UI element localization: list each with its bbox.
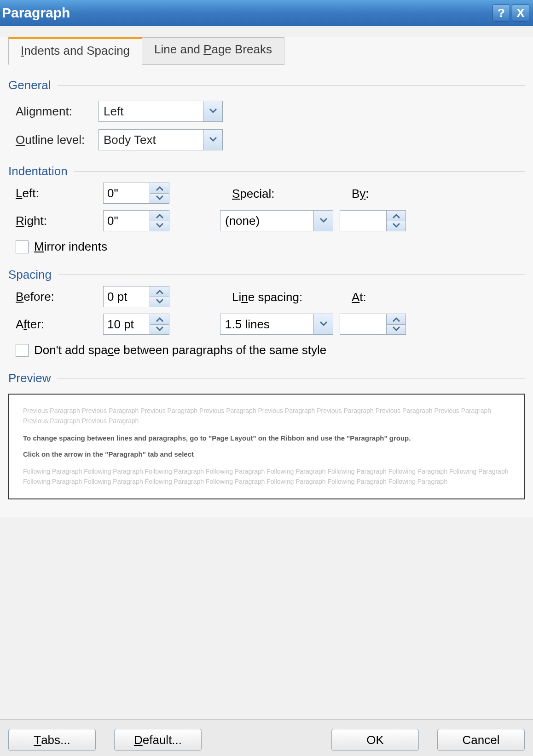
by-spinner[interactable] — [340, 210, 406, 231]
indent-right-down[interactable] — [150, 221, 169, 231]
help-icon: ? — [498, 6, 505, 20]
chevron-down-icon — [392, 326, 400, 332]
chevron-up-icon — [392, 213, 400, 218]
alignment-label: Alignment: — [16, 104, 98, 119]
at-down[interactable] — [387, 324, 406, 335]
alignment-combo[interactable]: Left — [98, 101, 223, 122]
window-title: Paragraph — [0, 5, 70, 21]
tab-strip: IIndents and Spacingndents and Spacing L… — [8, 37, 525, 64]
tabs-button[interactable]: Tabs... — [8, 729, 96, 751]
at-up[interactable] — [387, 314, 406, 324]
line-spacing-drop[interactable] — [313, 314, 333, 334]
chevron-down-icon — [392, 223, 400, 229]
tab-indents-spacing[interactable]: IIndents and Spacingndents and Spacing — [8, 37, 142, 65]
chevron-down-icon — [156, 299, 164, 304]
indent-left-down[interactable] — [150, 193, 169, 204]
indent-left-up[interactable] — [150, 183, 169, 193]
outline-level-value: Body Text — [99, 133, 203, 147]
special-drop[interactable] — [313, 211, 333, 231]
chevron-up-icon — [156, 316, 164, 322]
chevron-up-icon — [392, 316, 400, 322]
before-value: 0 pt — [104, 286, 150, 307]
group-general: General — [8, 78, 525, 92]
chevron-down-icon — [209, 137, 217, 143]
indent-right-label: Right: — [16, 214, 103, 228]
indent-right-spinner[interactable]: 0" — [103, 210, 169, 231]
line-spacing-value: 1.5 lines — [220, 317, 313, 332]
indent-left-label: Left: — [16, 186, 103, 200]
alignment-value: Left — [99, 104, 203, 119]
preview-previous: Previous Paragraph Previous Paragraph Pr… — [23, 406, 510, 426]
at-spinner[interactable] — [340, 314, 406, 335]
before-spinner[interactable]: 0 pt — [103, 286, 169, 307]
no-space-checkbox[interactable] — [16, 344, 29, 357]
before-label: Before: — [16, 290, 103, 304]
help-button[interactable]: ? — [492, 4, 510, 22]
indent-right-up[interactable] — [150, 211, 169, 221]
preview-body-2: Click on the arrow in the "Paragraph" ta… — [23, 447, 510, 462]
alignment-drop[interactable] — [203, 101, 222, 121]
group-preview: Preview — [8, 371, 525, 385]
tab-line-page-breaks[interactable]: Line and Page Breaks — [142, 37, 284, 65]
chevron-down-icon — [156, 195, 164, 201]
special-value: (none) — [220, 214, 313, 228]
special-combo[interactable]: (none) — [220, 210, 333, 231]
line-spacing-label: Line spacing: — [232, 290, 352, 304]
indent-left-value: 0" — [104, 183, 150, 203]
close-button[interactable]: X — [512, 4, 529, 22]
preview-following: Following Paragraph Following Paragraph … — [23, 466, 510, 487]
default-button[interactable]: Default... — [114, 729, 202, 751]
outline-level-combo[interactable]: Body Text — [98, 129, 223, 150]
after-down[interactable] — [150, 324, 169, 335]
preview-body-1: To change spacing between lines and para… — [23, 431, 510, 446]
mirror-indents-label: Mirror indents — [34, 240, 107, 254]
by-down[interactable] — [387, 221, 406, 231]
chevron-up-icon — [156, 185, 164, 191]
group-spacing: Spacing — [8, 268, 525, 282]
cancel-button[interactable]: Cancel — [437, 729, 525, 751]
close-icon: X — [516, 6, 524, 20]
after-spinner[interactable]: 10 pt — [103, 314, 169, 335]
special-label: Special: — [232, 187, 352, 201]
outline-level-label: Outline level: — [16, 133, 98, 147]
after-label: After: — [16, 317, 103, 332]
chevron-down-icon — [156, 326, 164, 332]
before-up[interactable] — [150, 286, 169, 297]
titlebar: Paragraph ? X — [0, 0, 533, 26]
chevron-down-icon — [156, 223, 164, 229]
ok-button[interactable]: OK — [331, 729, 419, 751]
dialog-footer: Tabs... Default... OK Cancel — [0, 719, 533, 756]
chevron-down-icon — [319, 218, 328, 223]
by-label: By: — [352, 187, 369, 201]
preview-box: Previous Paragraph Previous Paragraph Pr… — [8, 394, 525, 499]
indent-left-spinner[interactable]: 0" — [103, 183, 169, 204]
chevron-down-icon — [209, 109, 217, 114]
chevron-up-icon — [156, 213, 164, 218]
by-up[interactable] — [387, 211, 406, 221]
at-value — [340, 314, 386, 334]
after-value: 10 pt — [104, 314, 150, 334]
group-indentation: Indentation — [8, 164, 525, 178]
no-space-label: Don't add space between paragraphs of th… — [34, 343, 326, 357]
after-up[interactable] — [150, 314, 169, 324]
mirror-indents-checkbox[interactable] — [16, 241, 29, 253]
line-spacing-combo[interactable]: 1.5 lines — [220, 314, 333, 335]
before-down[interactable] — [150, 297, 169, 307]
by-value — [340, 211, 386, 231]
indent-right-value: 0" — [104, 211, 150, 231]
outline-level-drop[interactable] — [203, 130, 222, 150]
chevron-down-icon — [319, 321, 328, 327]
chevron-up-icon — [156, 289, 164, 294]
at-label: At: — [352, 290, 366, 304]
